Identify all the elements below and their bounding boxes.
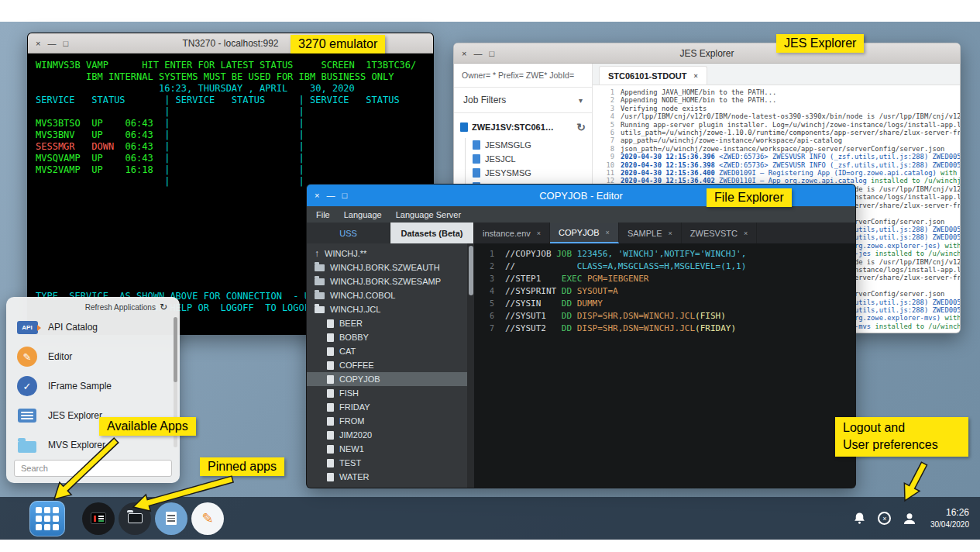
close-icon[interactable]: × [36,39,40,48]
tab-zwesvstc[interactable]: ZWESVSTC× [682,223,757,243]
code-line: 6//SYSUT1 DD DISP=SHR,DSN=WINCHJ.JCL(FIS… [474,310,855,323]
menu-file[interactable]: File [316,210,330,219]
tree-item-jim2020[interactable]: JIM2020 [307,428,467,442]
pinned-app-jes-explorer[interactable] [155,502,187,535]
dataset-tree-panel: ↑ WINCHJ.** WINCHJ.BORK.SZWEAUTHWINCHJ.B… [307,243,467,488]
spool-file-jesysmsg[interactable]: JESYSMSG [473,166,586,180]
spool-file-jesjcl[interactable]: JESJCL [473,152,586,166]
close-icon[interactable]: × [537,229,541,237]
tree-item-new1[interactable]: NEW1 [307,442,467,456]
minimize-icon[interactable]: — [473,49,482,58]
tree-item-winchj-jcl[interactable]: WINCHJ.JCL [307,302,467,316]
refresh-icon[interactable]: ↻ [160,302,167,312]
file-icon [327,459,334,467]
tree-item-friday[interactable]: FRIDAY [307,400,467,414]
tree-item-water[interactable]: WATER [307,470,467,484]
scrollbar-thumb[interactable] [469,246,473,295]
file-icon [327,431,334,440]
notifications-icon[interactable] [851,510,868,527]
up-arrow-icon[interactable]: ↑ [315,248,319,259]
editor-window: × — □ COPYJOB - Editor FileLanguageLangu… [306,184,856,488]
pinned-app-editor[interactable]: ✎ [191,502,224,535]
log-line: 112020-04-30 12:15:36.400 ZWED0109I – Re… [597,169,955,177]
editor-menubar: FileLanguageLanguage Server [307,206,855,223]
close-icon[interactable]: × [315,191,319,200]
tab-datasets-beta[interactable]: Datasets (Beta) [390,223,474,243]
app-launcher-button[interactable] [29,501,65,536]
app-item-api-catalog[interactable]: APIAPI Catalog [14,312,170,342]
tree-item-beer[interactable]: BEER [307,316,467,330]
terminal-line: IBM INTERNAL SYSTEMS MUST BE USED FOR IB… [36,71,425,83]
tab-sample[interactable]: SAMPLE× [619,223,682,243]
document-icon [166,512,177,525]
app-item-editor[interactable]: ✎Editor [14,342,170,371]
log-line: 7app_path=/u/winchj/zowe-instance/worksp… [597,136,955,144]
maximize-icon[interactable]: □ [489,49,494,58]
scrollbar[interactable] [467,243,474,488]
jes-titlebar[interactable]: × — □ JES Explorer [454,43,960,64]
tree-item-from[interactable]: FROM [307,414,467,428]
code-line: 3//STEP1 EXEC PGM=IEBGENER [474,273,855,285]
tree-item-cat[interactable]: CAT [307,344,467,358]
mvs-explorer-icon [15,438,39,453]
log-line: 92020-04-30 12:15:36.396 <ZWED:65736> ZW… [597,153,955,160]
tree-item-coffee[interactable]: COFFEE [307,358,467,372]
job-node[interactable]: ZWEJ1SV:STC06101 ↻ [460,121,586,133]
close-icon[interactable]: × [669,229,672,237]
settings-icon[interactable]: × [876,510,893,527]
close-icon[interactable]: × [606,229,610,236]
spool-file-jesmsglg[interactable]: JESMSGLG [473,138,586,152]
minimize-icon[interactable]: — [47,39,56,48]
iframe-sample-icon: ✓ [15,376,39,396]
pinned-app-tn3270[interactable] [82,502,115,535]
tree-item-fish[interactable]: FISH [307,386,467,400]
tab-uss[interactable]: USS [307,223,390,243]
close-icon[interactable]: × [744,229,748,237]
spool-file-icon [473,154,480,164]
app-item-iframe-sample[interactable]: ✓IFrame Sample [14,371,170,401]
close-icon[interactable]: × [693,72,697,80]
tree-item-test[interactable]: TEST [307,456,467,470]
code-line: 7//SYSUT2 DD DISP=SHR,DSN=WINCHJ.JCL(FRI… [474,323,855,335]
line-number: 8 [597,145,614,153]
folder-icon [315,264,325,271]
maximize-icon[interactable]: □ [342,191,347,200]
scrollbar-thumb[interactable] [174,317,177,382]
log-line: 3Verifying node exists [597,105,955,112]
line-number: 2 [597,96,614,104]
refresh-applications-button[interactable]: Refresh Applications [85,303,156,312]
user-icon[interactable] [901,510,918,527]
window-title: JES Explorer [454,48,960,59]
refresh-icon[interactable]: ↻ [576,121,586,133]
line-number: 10 [597,161,614,169]
tree-item-copyjob[interactable]: COPYJOB [307,372,467,386]
close-icon[interactable]: × [462,49,466,58]
pinned-app-file-explorer[interactable] [119,502,151,535]
tree-item-winchj-cobol[interactable]: WINCHJ.COBOL [307,288,467,302]
minimize-icon[interactable]: — [326,191,335,200]
tab-instance-env[interactable]: instance.env× [474,223,550,243]
line-number: 3 [474,273,494,285]
job-filters-dropdown[interactable]: Job Filters ▾ [454,87,592,113]
annotation-file-explorer: File Explorer [707,188,792,207]
code-line: 2// CLASS=A,MSGCLASS=H,MSGLEVEL=(1,1) [474,260,855,273]
menu-language-server[interactable]: Language Server [396,210,461,219]
tree-item-winchj-bork-szwesamp[interactable]: WINCHJ.BORK.SZWESAMP [307,274,467,288]
clock: 16:26 30/04/2020 [930,507,969,530]
code-line: 5//SYSIN DD DUMMY [474,298,855,310]
terminal-line: SESSMGR DOWN 06:43 | | [36,141,425,153]
menu-language[interactable]: Language [344,210,382,219]
code-line: 1//COPYJOB JOB 123456, 'WINCHJ',NOTIFY='… [474,248,855,260]
clock-time: 16:26 [946,507,969,519]
dataset-qualifier[interactable]: ↑ WINCHJ.** [307,247,467,260]
tab-stc06101-stdout[interactable]: STC06101-STDOUT × [599,66,707,85]
screenshot-root: × — □ TN3270 - localhost:992 WINMVS3B VA… [0,0,980,552]
search-input[interactable] [14,460,172,477]
folder-icon [128,513,143,523]
tab-copyjob[interactable]: COPYJOB× [550,223,619,243]
tree-item-bobby[interactable]: BOBBY [307,330,467,344]
maximize-icon[interactable]: □ [63,39,68,48]
line-number: 7 [474,323,494,335]
code-editor[interactable]: 1//COPYJOB JOB 123456, 'WINCHJ',NOTIFY='… [474,243,855,488]
tree-item-winchj-bork-szweauth[interactable]: WINCHJ.BORK.SZWEAUTH [307,260,467,274]
